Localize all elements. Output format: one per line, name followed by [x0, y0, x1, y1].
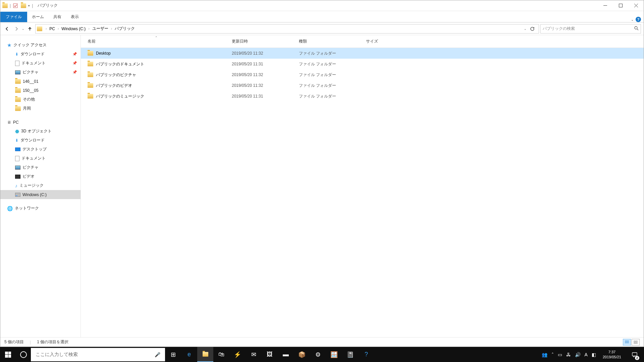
taskbar-app-3[interactable]: 📦 [294, 347, 310, 362]
nav-item[interactable]: ビデオ [0, 172, 80, 181]
nav-item[interactable]: その他 [0, 95, 80, 104]
nav-item[interactable]: Windows (C:) [0, 190, 80, 199]
file-type: ファイル フォルダー [296, 83, 363, 88]
column-header-name[interactable]: ⌃名前 [84, 39, 228, 44]
nav-item[interactable]: ⬣3D オブジェクト [0, 127, 80, 136]
ribbon-tab-file[interactable]: ファイル [0, 12, 27, 22]
nav-item-label: ダウンロード [20, 137, 45, 143]
nav-item[interactable]: ピクチャ📌 [0, 68, 80, 77]
nav-item[interactable]: ドキュメント [0, 154, 80, 163]
column-header-size[interactable]: サイズ [363, 39, 403, 44]
forward-button[interactable] [12, 25, 20, 33]
maximize-button[interactable] [613, 1, 628, 11]
nav-item-label: 月岡 [23, 106, 31, 111]
folder-icon [15, 106, 21, 111]
taskbar-app-mail[interactable]: ✉ [246, 347, 262, 362]
up-button[interactable] [26, 25, 34, 33]
taskbar-app-5[interactable]: 📓 [342, 347, 358, 362]
file-name: Desktop [96, 51, 111, 56]
tray-ime2-icon[interactable]: ◧ [592, 352, 596, 357]
search-icon[interactable] [634, 26, 639, 32]
ribbon-tab-home[interactable]: ホーム [27, 12, 49, 22]
file-date: 2019/05/20 11:31 [228, 62, 296, 66]
nav-item[interactable]: ピクチャ [0, 163, 80, 172]
history-dropdown-icon[interactable]: ⌄ [22, 27, 24, 31]
qat-properties-icon[interactable] [13, 3, 18, 8]
chevron-right-icon[interactable]: › [58, 27, 59, 31]
navigation-pane[interactable]: ★ クイック アクセス ⬇ダウンロード📌ドキュメント📌ピクチャ📌146__011… [0, 35, 81, 337]
taskbar-app-help[interactable]: ? [358, 347, 374, 362]
search-input[interactable]: パブリックの検索 [540, 24, 641, 34]
taskbar-app-1[interactable]: ⚡ [229, 347, 246, 362]
action-center-button[interactable]: 2 [628, 347, 641, 362]
taskbar: ここに入力して検索 🎤 ⊞ e 🛍 ⚡ ✉ 🖼 ▬ 📦 ⚙ 🪟 📓 ? 👥 ˄ … [0, 347, 644, 362]
refresh-button[interactable] [529, 25, 536, 33]
taskbar-app-4[interactable]: 🪟 [326, 347, 342, 362]
help-icon[interactable]: ? [636, 17, 641, 22]
taskbar-search-input[interactable]: ここに入力して検索 🎤 [31, 348, 165, 361]
view-details-button[interactable] [623, 339, 631, 346]
task-view-button[interactable]: ⊞ [165, 347, 181, 362]
file-row[interactable]: Desktop 2019/05/20 11:32 ファイル フォルダー [81, 48, 644, 59]
nav-item[interactable]: デスクトップ [0, 145, 80, 154]
nav-item[interactable]: 月岡 [0, 104, 80, 113]
back-button[interactable] [3, 25, 11, 33]
view-large-button[interactable] [632, 339, 640, 346]
minimize-button[interactable] [597, 1, 613, 11]
nav-item[interactable]: ⬇ダウンロード📌 [0, 50, 80, 59]
svg-rect-13 [636, 343, 637, 344]
svg-rect-11 [636, 341, 637, 342]
breadcrumb-public[interactable]: パブリック [114, 25, 136, 32]
nav-item[interactable]: ♪ミュージック [0, 181, 80, 190]
ribbon-expand-icon[interactable]: ⌄ [631, 18, 634, 21]
nav-item-label: 150__05 [23, 88, 39, 93]
taskbar-clock[interactable]: 7:37 2019/05/21 [600, 350, 624, 359]
taskbar-app-2[interactable]: 🖼 [262, 347, 278, 362]
column-header-type[interactable]: 種類 [296, 39, 363, 44]
taskbar-app-edge[interactable]: e [181, 347, 197, 362]
close-button[interactable] [628, 1, 644, 11]
nav-item[interactable]: ⬇ダウンロード [0, 136, 80, 145]
chevron-right-icon[interactable]: › [46, 27, 47, 31]
breadcrumb-users[interactable]: ユーザー [92, 25, 109, 32]
nav-pc[interactable]: 🖥 PC [0, 118, 80, 127]
taskbar-app-cmd[interactable]: ▬ [278, 347, 294, 362]
tray-battery-icon[interactable]: ▭ [558, 352, 562, 357]
qat-dropdown-icon[interactable]: ▾ [28, 4, 30, 7]
chevron-right-icon[interactable]: › [88, 27, 89, 31]
nav-item-label: ダウンロード [20, 51, 45, 57]
start-button[interactable] [0, 347, 16, 362]
ribbon-tab-view[interactable]: 表示 [66, 12, 84, 22]
chevron-right-icon[interactable]: › [111, 27, 112, 31]
document-icon [15, 156, 19, 161]
nav-item[interactable]: 146__01 [0, 77, 80, 86]
qat-folder-icon[interactable] [21, 3, 26, 8]
file-row[interactable]: パブリックのミュージック 2019/05/20 11:31 ファイル フォルダー [81, 91, 644, 102]
tray-chevron-up-icon[interactable]: ˄ [551, 352, 554, 357]
nav-item[interactable]: ドキュメント📌 [0, 59, 80, 68]
address-row: ⌄ › PC › Windows (C:) › ユーザー › パブリック ⌄ パ… [0, 22, 644, 35]
file-row[interactable]: パブリックのドキュメント 2019/05/20 11:31 ファイル フォルダー [81, 59, 644, 69]
tray-people-icon[interactable]: 👥 [542, 352, 547, 357]
file-row[interactable]: パブリックのビデオ 2019/05/20 11:32 ファイル フォルダー [81, 80, 644, 91]
address-dropdown-icon[interactable]: ⌄ [524, 27, 527, 31]
nav-network[interactable]: 🌐 ネットワーク [0, 204, 80, 213]
tray-network-icon[interactable]: 🖧 [566, 352, 571, 357]
cortana-button[interactable] [16, 351, 31, 358]
breadcrumb-pc[interactable]: PC [49, 26, 56, 32]
taskbar-app-settings[interactable]: ⚙ [310, 347, 326, 362]
file-row[interactable]: パブリックのピクチャ 2019/05/20 11:32 ファイル フォルダー [81, 69, 644, 80]
nav-quick-access[interactable]: ★ クイック アクセス [0, 41, 80, 50]
tray-volume-icon[interactable]: 🔊 [575, 352, 581, 357]
tray-ime-icon[interactable]: A [585, 352, 588, 357]
taskbar-app-store[interactable]: 🛍 [213, 347, 229, 362]
taskbar-app-explorer[interactable] [197, 347, 213, 362]
breadcrumb-drive[interactable]: Windows (C:) [61, 26, 86, 32]
nav-item[interactable]: 150__05 [0, 86, 80, 95]
microphone-icon[interactable]: 🎤 [155, 352, 160, 357]
nav-item-label: デスクトップ [22, 146, 47, 152]
address-bar[interactable]: › PC › Windows (C:) › ユーザー › パブリック ⌄ [35, 24, 539, 34]
ribbon-tab-share[interactable]: 共有 [49, 12, 66, 22]
file-type: ファイル フォルダー [296, 72, 363, 78]
column-header-date[interactable]: 更新日時 [228, 39, 296, 44]
